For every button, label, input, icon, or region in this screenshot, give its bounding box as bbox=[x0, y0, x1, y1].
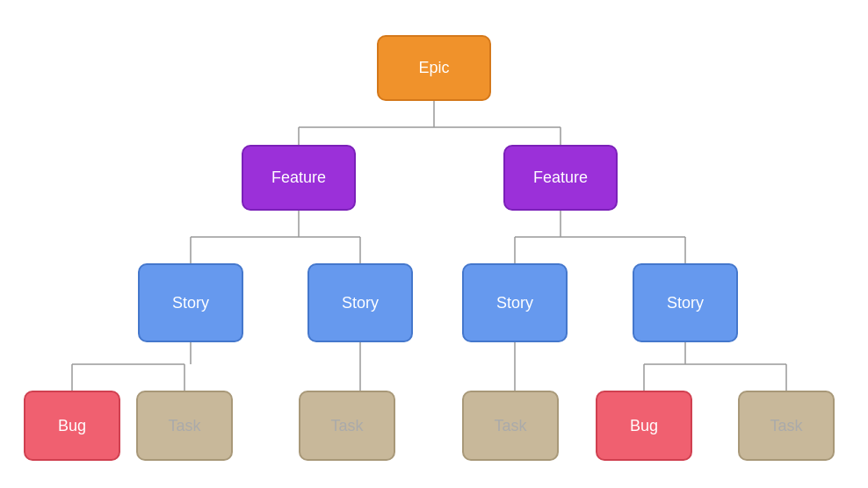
story-1-label: Story bbox=[172, 294, 209, 312]
task-1-node: Task bbox=[136, 391, 233, 461]
bug-1-node: Bug bbox=[24, 391, 120, 461]
task-2-label: Task bbox=[330, 417, 363, 435]
story-3-node: Story bbox=[462, 263, 568, 342]
task-4-node: Task bbox=[738, 391, 835, 461]
feature-right-node: Feature bbox=[503, 145, 618, 211]
task-2-node: Task bbox=[299, 391, 395, 461]
story-3-label: Story bbox=[496, 294, 533, 312]
task-3-label: Task bbox=[494, 417, 526, 435]
feature-left-label: Feature bbox=[271, 169, 326, 187]
epic-node: Epic bbox=[377, 35, 491, 101]
task-1-label: Task bbox=[168, 417, 200, 435]
story-2-label: Story bbox=[342, 294, 379, 312]
feature-left-node: Feature bbox=[242, 145, 356, 211]
story-1-node: Story bbox=[138, 263, 243, 342]
bug-1-label: Bug bbox=[58, 417, 86, 435]
task-4-label: Task bbox=[770, 417, 802, 435]
story-4-node: Story bbox=[633, 263, 738, 342]
story-2-node: Story bbox=[307, 263, 413, 342]
diagram: Epic Feature Feature Story Story Story S… bbox=[0, 0, 868, 488]
story-4-label: Story bbox=[667, 294, 704, 312]
task-3-node: Task bbox=[462, 391, 559, 461]
bug-2-label: Bug bbox=[630, 417, 658, 435]
epic-label: Epic bbox=[418, 59, 449, 77]
bug-2-node: Bug bbox=[596, 391, 692, 461]
feature-right-label: Feature bbox=[533, 169, 588, 187]
